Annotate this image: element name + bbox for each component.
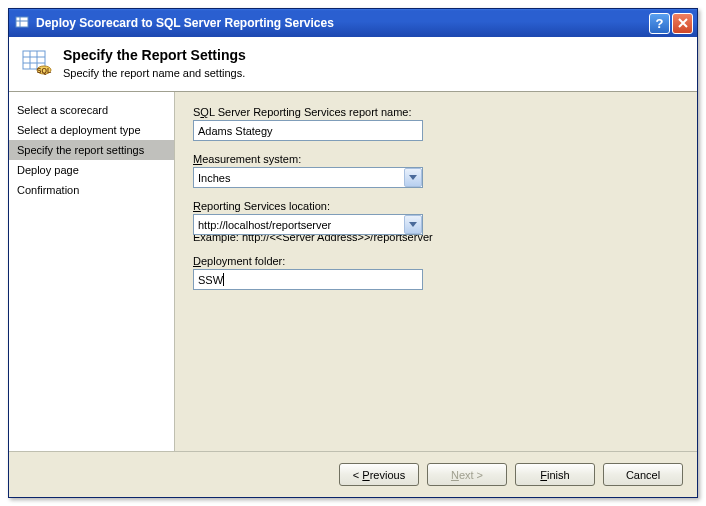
measurement-select[interactable] (193, 167, 423, 188)
wizard-window: Deploy Scorecard to SQL Server Reporting… (8, 8, 698, 498)
measurement-label: Measurement system: (193, 153, 679, 165)
report-name-label: SQL Server Reporting Services report nam… (193, 106, 679, 118)
wizard-header: SQL Specify the Report Settings Specify … (9, 37, 697, 92)
folder-label: Deployment folder: (193, 255, 679, 267)
folder-input[interactable]: SSW (193, 269, 423, 290)
wizard-steps-sidebar: Select a scorecard Select a deployment t… (9, 92, 175, 451)
chevron-down-icon (409, 175, 417, 180)
step-confirmation[interactable]: Confirmation (9, 180, 174, 200)
header-subtitle: Specify the report name and settings. (63, 67, 246, 79)
step-deploy-page[interactable]: Deploy page (9, 160, 174, 180)
location-combobox[interactable] (193, 214, 423, 235)
previous-button[interactable]: < Previous (339, 463, 419, 486)
svg-rect-0 (16, 17, 28, 27)
step-select-deployment-type[interactable]: Select a deployment type (9, 120, 174, 140)
svg-text:SQL: SQL (37, 67, 52, 75)
cancel-button[interactable]: Cancel (603, 463, 683, 486)
report-name-input[interactable] (193, 120, 423, 141)
location-label: Reporting Services location: (193, 200, 679, 212)
header-icon: SQL (21, 47, 53, 79)
window-title: Deploy Scorecard to SQL Server Reporting… (36, 16, 649, 30)
location-dropdown-button[interactable] (404, 215, 422, 234)
titlebar: Deploy Scorecard to SQL Server Reporting… (9, 9, 697, 37)
step-select-scorecard[interactable]: Select a scorecard (9, 100, 174, 120)
help-button[interactable]: ? (649, 13, 670, 34)
chevron-down-icon (409, 222, 417, 227)
wizard-body: Select a scorecard Select a deployment t… (9, 92, 697, 451)
close-button[interactable] (672, 13, 693, 34)
app-icon (15, 15, 31, 31)
text-caret (223, 273, 224, 286)
next-button: Next > (427, 463, 507, 486)
finish-button[interactable]: Finish (515, 463, 595, 486)
form-panel: SQL Server Reporting Services report nam… (175, 92, 697, 451)
wizard-footer: < Previous Next > Finish Cancel (9, 451, 697, 497)
step-specify-report-settings[interactable]: Specify the report settings (9, 140, 174, 160)
header-title: Specify the Report Settings (63, 47, 246, 63)
measurement-dropdown-button[interactable] (404, 168, 422, 187)
